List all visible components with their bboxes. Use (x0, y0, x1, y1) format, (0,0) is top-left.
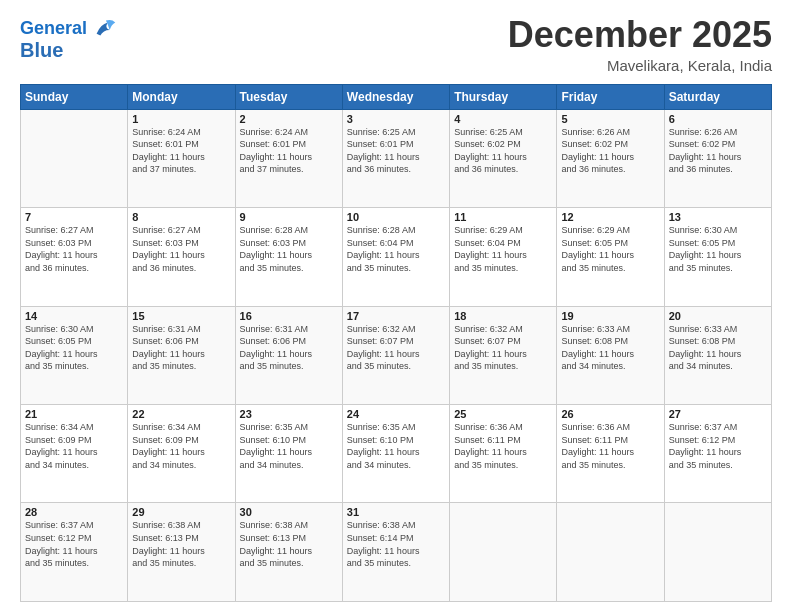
day-info: Sunrise: 6:37 AM Sunset: 6:12 PM Dayligh… (25, 519, 123, 569)
header: General Blue December 2025 Mavelikara, K… (20, 15, 772, 74)
day-number: 18 (454, 310, 552, 322)
day-info: Sunrise: 6:33 AM Sunset: 6:08 PM Dayligh… (669, 323, 767, 373)
day-number: 8 (132, 211, 230, 223)
day-of-week-header: Thursday (450, 84, 557, 109)
day-number: 22 (132, 408, 230, 420)
day-number: 16 (240, 310, 338, 322)
day-of-week-header: Friday (557, 84, 664, 109)
calendar-cell: 16Sunrise: 6:31 AM Sunset: 6:06 PM Dayli… (235, 306, 342, 404)
day-info: Sunrise: 6:30 AM Sunset: 6:05 PM Dayligh… (25, 323, 123, 373)
calendar-cell: 6Sunrise: 6:26 AM Sunset: 6:02 PM Daylig… (664, 109, 771, 207)
day-number: 9 (240, 211, 338, 223)
logo-blue-text: Blue (20, 39, 63, 61)
day-number: 1 (132, 113, 230, 125)
calendar-cell: 3Sunrise: 6:25 AM Sunset: 6:01 PM Daylig… (342, 109, 449, 207)
calendar-cell (21, 109, 128, 207)
day-of-week-header: Wednesday (342, 84, 449, 109)
day-number: 11 (454, 211, 552, 223)
calendar-cell: 1Sunrise: 6:24 AM Sunset: 6:01 PM Daylig… (128, 109, 235, 207)
day-number: 30 (240, 506, 338, 518)
month-title: December 2025 (508, 15, 772, 55)
calendar: SundayMondayTuesdayWednesdayThursdayFrid… (20, 84, 772, 602)
day-of-week-header: Sunday (21, 84, 128, 109)
day-info: Sunrise: 6:26 AM Sunset: 6:02 PM Dayligh… (561, 126, 659, 176)
logo-text: General (20, 19, 87, 39)
day-info: Sunrise: 6:28 AM Sunset: 6:03 PM Dayligh… (240, 224, 338, 274)
day-info: Sunrise: 6:38 AM Sunset: 6:14 PM Dayligh… (347, 519, 445, 569)
day-number: 12 (561, 211, 659, 223)
location: Mavelikara, Kerala, India (508, 57, 772, 74)
calendar-cell (450, 503, 557, 602)
calendar-cell: 24Sunrise: 6:35 AM Sunset: 6:10 PM Dayli… (342, 405, 449, 503)
calendar-cell: 13Sunrise: 6:30 AM Sunset: 6:05 PM Dayli… (664, 208, 771, 306)
calendar-cell: 11Sunrise: 6:29 AM Sunset: 6:04 PM Dayli… (450, 208, 557, 306)
day-info: Sunrise: 6:35 AM Sunset: 6:10 PM Dayligh… (240, 421, 338, 471)
calendar-cell: 19Sunrise: 6:33 AM Sunset: 6:08 PM Dayli… (557, 306, 664, 404)
day-info: Sunrise: 6:36 AM Sunset: 6:11 PM Dayligh… (454, 421, 552, 471)
calendar-cell: 12Sunrise: 6:29 AM Sunset: 6:05 PM Dayli… (557, 208, 664, 306)
calendar-cell: 25Sunrise: 6:36 AM Sunset: 6:11 PM Dayli… (450, 405, 557, 503)
calendar-cell: 28Sunrise: 6:37 AM Sunset: 6:12 PM Dayli… (21, 503, 128, 602)
day-info: Sunrise: 6:28 AM Sunset: 6:04 PM Dayligh… (347, 224, 445, 274)
calendar-cell: 29Sunrise: 6:38 AM Sunset: 6:13 PM Dayli… (128, 503, 235, 602)
calendar-header-row: SundayMondayTuesdayWednesdayThursdayFrid… (21, 84, 772, 109)
day-number: 17 (347, 310, 445, 322)
calendar-cell: 2Sunrise: 6:24 AM Sunset: 6:01 PM Daylig… (235, 109, 342, 207)
day-number: 5 (561, 113, 659, 125)
day-info: Sunrise: 6:31 AM Sunset: 6:06 PM Dayligh… (132, 323, 230, 373)
calendar-week-row: 1Sunrise: 6:24 AM Sunset: 6:01 PM Daylig… (21, 109, 772, 207)
day-info: Sunrise: 6:32 AM Sunset: 6:07 PM Dayligh… (347, 323, 445, 373)
calendar-cell: 7Sunrise: 6:27 AM Sunset: 6:03 PM Daylig… (21, 208, 128, 306)
calendar-cell: 21Sunrise: 6:34 AM Sunset: 6:09 PM Dayli… (21, 405, 128, 503)
day-info: Sunrise: 6:27 AM Sunset: 6:03 PM Dayligh… (25, 224, 123, 274)
day-info: Sunrise: 6:34 AM Sunset: 6:09 PM Dayligh… (25, 421, 123, 471)
day-info: Sunrise: 6:26 AM Sunset: 6:02 PM Dayligh… (669, 126, 767, 176)
day-number: 4 (454, 113, 552, 125)
day-info: Sunrise: 6:38 AM Sunset: 6:13 PM Dayligh… (240, 519, 338, 569)
day-number: 13 (669, 211, 767, 223)
day-info: Sunrise: 6:33 AM Sunset: 6:08 PM Dayligh… (561, 323, 659, 373)
calendar-cell (664, 503, 771, 602)
day-number: 19 (561, 310, 659, 322)
logo-bird-icon (91, 15, 119, 43)
day-info: Sunrise: 6:27 AM Sunset: 6:03 PM Dayligh… (132, 224, 230, 274)
day-number: 28 (25, 506, 123, 518)
title-block: December 2025 Mavelikara, Kerala, India (508, 15, 772, 74)
day-info: Sunrise: 6:38 AM Sunset: 6:13 PM Dayligh… (132, 519, 230, 569)
day-info: Sunrise: 6:36 AM Sunset: 6:11 PM Dayligh… (561, 421, 659, 471)
calendar-cell: 8Sunrise: 6:27 AM Sunset: 6:03 PM Daylig… (128, 208, 235, 306)
day-info: Sunrise: 6:37 AM Sunset: 6:12 PM Dayligh… (669, 421, 767, 471)
day-of-week-header: Saturday (664, 84, 771, 109)
calendar-cell: 23Sunrise: 6:35 AM Sunset: 6:10 PM Dayli… (235, 405, 342, 503)
day-number: 10 (347, 211, 445, 223)
day-info: Sunrise: 6:25 AM Sunset: 6:02 PM Dayligh… (454, 126, 552, 176)
calendar-cell: 26Sunrise: 6:36 AM Sunset: 6:11 PM Dayli… (557, 405, 664, 503)
day-number: 25 (454, 408, 552, 420)
day-info: Sunrise: 6:31 AM Sunset: 6:06 PM Dayligh… (240, 323, 338, 373)
calendar-cell: 22Sunrise: 6:34 AM Sunset: 6:09 PM Dayli… (128, 405, 235, 503)
calendar-cell: 27Sunrise: 6:37 AM Sunset: 6:12 PM Dayli… (664, 405, 771, 503)
day-info: Sunrise: 6:35 AM Sunset: 6:10 PM Dayligh… (347, 421, 445, 471)
day-number: 2 (240, 113, 338, 125)
day-number: 6 (669, 113, 767, 125)
day-number: 14 (25, 310, 123, 322)
day-number: 7 (25, 211, 123, 223)
day-info: Sunrise: 6:24 AM Sunset: 6:01 PM Dayligh… (240, 126, 338, 176)
page: General Blue December 2025 Mavelikara, K… (0, 0, 792, 612)
calendar-cell: 20Sunrise: 6:33 AM Sunset: 6:08 PM Dayli… (664, 306, 771, 404)
day-number: 31 (347, 506, 445, 518)
calendar-cell: 4Sunrise: 6:25 AM Sunset: 6:02 PM Daylig… (450, 109, 557, 207)
calendar-cell: 5Sunrise: 6:26 AM Sunset: 6:02 PM Daylig… (557, 109, 664, 207)
day-info: Sunrise: 6:29 AM Sunset: 6:05 PM Dayligh… (561, 224, 659, 274)
day-number: 23 (240, 408, 338, 420)
calendar-week-row: 28Sunrise: 6:37 AM Sunset: 6:12 PM Dayli… (21, 503, 772, 602)
calendar-cell: 9Sunrise: 6:28 AM Sunset: 6:03 PM Daylig… (235, 208, 342, 306)
day-number: 24 (347, 408, 445, 420)
day-info: Sunrise: 6:25 AM Sunset: 6:01 PM Dayligh… (347, 126, 445, 176)
day-number: 26 (561, 408, 659, 420)
calendar-cell: 18Sunrise: 6:32 AM Sunset: 6:07 PM Dayli… (450, 306, 557, 404)
calendar-week-row: 7Sunrise: 6:27 AM Sunset: 6:03 PM Daylig… (21, 208, 772, 306)
day-info: Sunrise: 6:24 AM Sunset: 6:01 PM Dayligh… (132, 126, 230, 176)
calendar-cell: 10Sunrise: 6:28 AM Sunset: 6:04 PM Dayli… (342, 208, 449, 306)
calendar-cell: 31Sunrise: 6:38 AM Sunset: 6:14 PM Dayli… (342, 503, 449, 602)
